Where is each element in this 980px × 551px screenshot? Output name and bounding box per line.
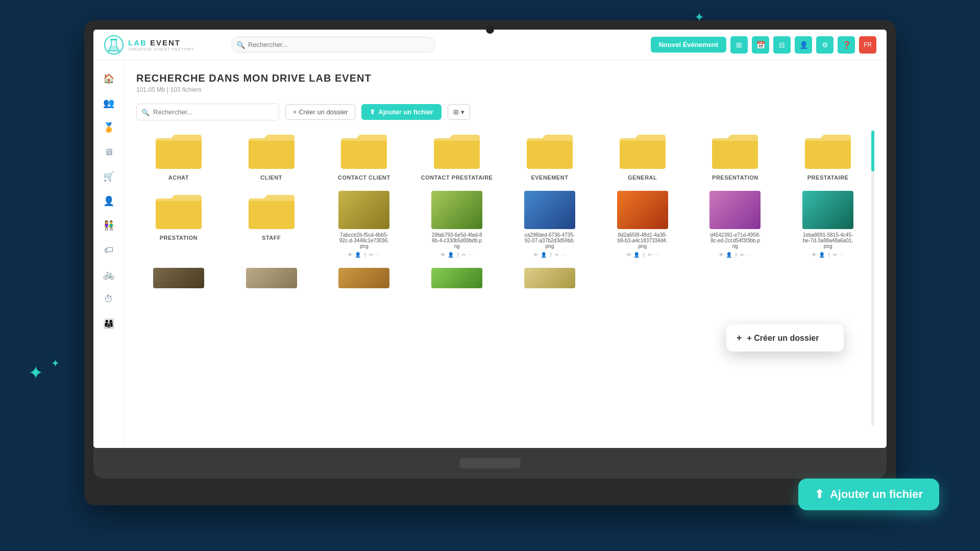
sidebar-item-bike[interactable]: 🚲 [99,264,119,285]
drive-content: ACHAT CLIENT CONTACT CLIENT [136,131,874,298]
share-icon[interactable]: ⇪ [642,252,646,258]
page-title: RECHERCHE DANS MON DRIVE LAB EVENT [136,72,874,84]
folder-icon [153,191,204,232]
file-item[interactable]: 7abcce2b-f5cd-4bb5-92c-d-3448c1e73036.pn… [322,191,407,258]
sidebar-item-cart[interactable]: 🛒 [99,166,119,187]
person-icon[interactable]: 👤 [541,252,547,258]
user-button[interactable]: 👤 [795,36,812,54]
more-icon[interactable]: ⋯ [654,252,659,258]
folder-item[interactable]: ACHAT [136,131,221,181]
sidebar-item-users[interactable]: 👨‍👩‍👧 [99,313,119,334]
share-icon[interactable]: ⇪ [363,252,367,258]
file-item[interactable] [414,268,499,288]
scrollbar-thumb[interactable] [871,131,874,171]
main-content: RECHERCHE DANS MON DRIVE LAB EVENT 101.0… [124,60,887,448]
more-icon[interactable]: ⋯ [561,252,566,258]
folder-label: CONTACT PRESTATAIRE [421,174,493,181]
view-icon[interactable]: 👁 [812,252,817,258]
more-icon[interactable]: ⋯ [375,252,380,258]
folder-icon [802,131,853,171]
file-item[interactable]: 29fab793-6e5d-4fad-86b-4-c330b5d00bdb.pn… [414,191,499,258]
folder-item[interactable]: CONTACT CLIENT [322,131,407,181]
topbar-search-input[interactable] [231,37,435,53]
folder-item[interactable]: STAFF [229,191,314,258]
content-search-input[interactable] [136,104,279,120]
file-thumbnail [524,191,575,229]
folder-item[interactable]: CONTACT PRESTATAIRE [414,131,499,181]
edit-icon[interactable]: ✏ [369,252,373,258]
edit-icon[interactable]: ✏ [833,252,837,258]
help-button[interactable]: ❓ [838,36,855,54]
folder-item[interactable]: PRESTATION [136,191,221,258]
files-grid: PRESTATION STAFF 7abcce2b-f5cd-4bb5-92c-… [136,191,870,258]
view-icon[interactable]: 👁 [626,252,631,258]
folder-item[interactable]: PRESENTATION [693,131,778,181]
folder-item[interactable]: CLIENT [229,131,314,181]
share-icon[interactable]: ⇪ [456,252,460,258]
floating-create-folder-label: + Créer un dossier [747,334,819,343]
view-icon[interactable]: 👁 [533,252,538,258]
sidebar-item-people[interactable]: 👥 [99,93,119,113]
view-icon[interactable]: 👁 [719,252,724,258]
sidebar-item-monitor[interactable]: 🖥 [99,142,119,162]
settings-button[interactable]: ⚙ [816,36,834,54]
view-toggle-button[interactable]: ⊞ ▾ [448,104,470,120]
file-item[interactable]: 8d2a658f-48d1-4a38-b9-b3-a4c1837334d4.pn… [600,191,685,258]
share-icon[interactable]: ⇪ [549,252,553,258]
folder-item[interactable]: PRESTATAIRE [786,131,870,181]
sidebar-item-badge[interactable]: 🏅 [99,117,119,138]
more-icon[interactable]: ⋯ [746,252,751,258]
topbar-search-area: 🔍 [231,37,635,53]
folder-item[interactable]: GENERAL [600,131,685,181]
folder-icon [524,131,575,171]
edit-icon[interactable]: ✏ [740,252,744,258]
floating-context-menu: + + Créer un dossier [726,324,844,352]
file-item[interactable] [229,268,314,288]
create-folder-button[interactable]: + Créer un dossier [285,104,355,120]
more-icon[interactable]: ⋯ [839,252,844,258]
folder-item[interactable]: EVENEMENT [507,131,592,181]
file-item[interactable] [507,268,592,288]
file-item[interactable] [136,268,221,288]
edit-icon[interactable]: ✏ [648,252,652,258]
edit-icon[interactable]: ✏ [555,252,559,258]
star-decoration-tl: ✦ [28,362,43,384]
folder-label: PRESTATAIRE [807,174,849,181]
edit-icon[interactable]: ✏ [462,252,466,258]
folder-label: PRESTATION [160,235,198,241]
view-icon[interactable]: 👁 [440,252,446,258]
file-item[interactable]: d4542391-e71d-4958-8c-ed-2ccd54f3f3bb.pn… [693,191,778,258]
laptop-camera [486,26,494,34]
scrollbar-track[interactable] [871,131,874,427]
sidebar: 🏠 👥 🏅 🖥 🛒 👤 👫 🏷 🚲 ⏱ 👨‍👩‍👧 [93,60,124,448]
table-view-button[interactable]: ⊞ [730,36,748,54]
more-icon[interactable]: ⋯ [468,252,473,258]
share-icon[interactable]: ⇪ [827,252,831,258]
topbar-search-icon: 🔍 [236,41,245,49]
laptop-base [93,448,887,479]
file-name: 8d2a658f-48d1-4a38-b9-b3-a4c1837334d4.pn… [617,232,668,249]
sidebar-item-person-add[interactable]: 👤 [99,191,119,211]
person-icon[interactable]: 👤 [726,252,732,258]
file-item[interactable]: 1eba8691-5815-4c45-be-7d-3a88a48a6a01.pn… [786,191,870,258]
person-icon[interactable]: 👤 [355,252,361,258]
person-icon[interactable]: 👤 [819,252,825,258]
sidebar-item-group[interactable]: 👫 [99,215,119,236]
toolbar: 🔍 + Créer un dossier ⬆ Ajouter un fichie… [136,104,874,120]
drive-scroll[interactable]: ACHAT CLIENT CONTACT CLIENT [136,131,874,298]
person-icon[interactable]: 👤 [448,252,454,258]
person-icon[interactable]: 👤 [633,252,640,258]
file-item[interactable]: ca296bed-6736-4735-92-07-a37b2d3d59bb.pn… [507,191,592,258]
file-item[interactable] [322,268,407,288]
add-file-button[interactable]: ⬆ Ajouter un fichier [361,104,442,120]
share-icon[interactable]: ⇪ [734,252,738,258]
sidebar-item-tag[interactable]: 🏷 [99,240,119,260]
sidebar-item-clock[interactable]: ⏱ [99,289,119,309]
language-button[interactable]: FR [859,36,876,54]
calendar-button[interactable]: 📅 [752,36,769,54]
sidebar-item-home[interactable]: 🏠 [99,68,119,89]
grid-button[interactable]: ⊟ [773,36,791,54]
view-icon[interactable]: 👁 [348,252,353,258]
new-event-button[interactable]: Nouvel Événement [651,37,726,53]
floating-create-folder-item[interactable]: + + Créer un dossier [737,333,834,343]
